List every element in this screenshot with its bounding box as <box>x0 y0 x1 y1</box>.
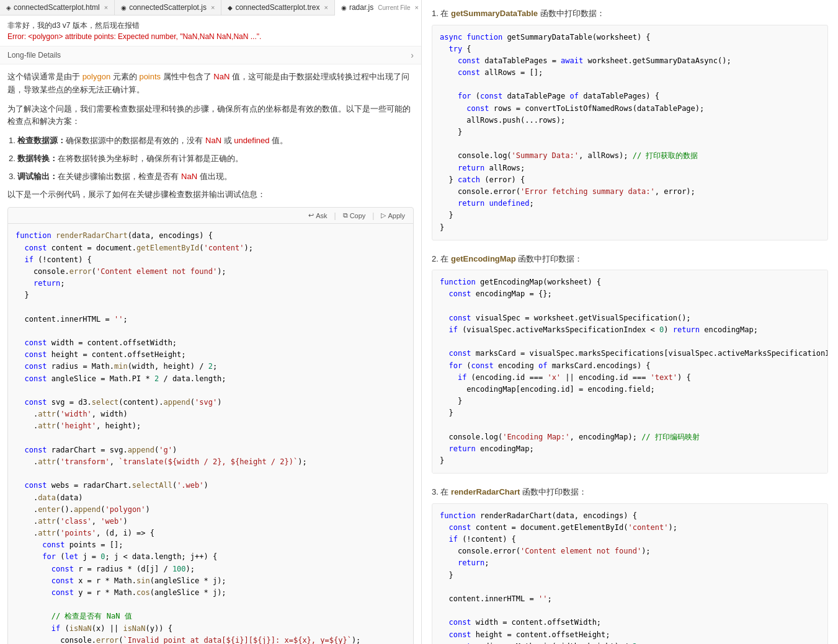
section-suffix: 函数中打印数据： <box>538 9 605 18</box>
code-intro: 以下是一个示例代码，展示了如何在关键步骤检查数据并输出调试信息： <box>7 188 414 201</box>
tab-label: connectedScatterplot.html <box>14 3 100 12</box>
code-block-toolbar: ↩ Ask | ⧉ Copy | ▷ Apply <box>8 208 413 224</box>
section-num: 1. 在 <box>432 9 451 18</box>
tab-tab4[interactable]: ◉ radar.js Current File × <box>335 0 422 15</box>
error-line1: 非常好，我的d3 v7 版本，然后现在报错 <box>7 20 414 31</box>
chat-intro: 这个错误通常是由于 polygon 元素的 points 属性中包含了 NaN … <box>7 71 414 97</box>
right-section-2: 2. 在 getEncodingMap 函数中打印数据：function get… <box>432 253 828 474</box>
chat-area: 这个错误通常是由于 polygon 元素的 points 属性中包含了 NaN … <box>0 64 421 644</box>
error-banner: 非常好，我的d3 v7 版本，然后现在报错 Error: <polygon> a… <box>0 15 421 46</box>
tab-bar: ◈ connectedScatterplot.html ×◉ connected… <box>0 0 421 15</box>
right-panel: 1. 在 getSummaryDataTable 函数中打印数据：async f… <box>422 0 838 644</box>
section-suffix: 函数中打印数据： <box>520 487 587 496</box>
fn-name: renderRadarChart <box>451 487 520 496</box>
collapse-icon[interactable]: › <box>411 50 414 60</box>
ask-button[interactable]: ↩ Ask <box>305 210 330 221</box>
chat-para2: 为了解决这个问题，我们需要检查数据处理和转换的步骤，确保所有点的坐标都是有效的数… <box>7 103 414 129</box>
long-file-details-label: Long-file Details <box>7 51 61 60</box>
right-section-3: 3. 在 renderRadarChart 函数中打印数据：function r… <box>432 486 828 644</box>
code-content: function renderRadarChart(data, encoding… <box>8 224 413 644</box>
apply-icon: ▷ <box>381 211 386 219</box>
ask-icon: ↩ <box>308 211 314 219</box>
close-icon[interactable]: × <box>104 4 108 11</box>
copy-button[interactable]: ⧉ Copy <box>340 210 369 221</box>
tab-label: connectedScatterplot.js <box>129 3 207 12</box>
fn-name: getSummaryDataTable <box>451 9 538 18</box>
close-icon[interactable]: × <box>415 4 419 11</box>
tab-tab3[interactable]: ◆ connectedScatterplot.trex × <box>221 0 335 15</box>
numbered-list: 1. 检查数据源：确保数据源中的数据都是有效的，没有 NaN 或 undefin… <box>7 135 414 183</box>
tab-icon: ◉ <box>121 4 127 11</box>
tab-icon: ◈ <box>6 4 11 11</box>
list-item: 2. 数据转换：在将数据转换为坐标时，确保所有计算都是正确的。 <box>9 152 414 165</box>
section-num: 3. 在 <box>432 487 451 496</box>
fn-name: getEncodingMap <box>451 254 516 263</box>
section-header: 1. 在 getSummaryDataTable 函数中打印数据： <box>432 7 828 20</box>
right-code-box: function renderRadarChart(data, encoding… <box>432 503 828 644</box>
right-code-box: async function getSummaryDataTable(works… <box>432 25 828 240</box>
left-panel: ◈ connectedScatterplot.html ×◉ connected… <box>0 0 422 644</box>
section-num: 2. 在 <box>432 254 451 263</box>
apply-button[interactable]: ▷ Apply <box>378 210 408 221</box>
copy-icon: ⧉ <box>343 211 348 219</box>
section-header: 3. 在 renderRadarChart 函数中打印数据： <box>432 486 828 498</box>
tab-label: connectedScatterplot.trex <box>235 3 319 12</box>
tab-icon: ◉ <box>341 4 347 11</box>
tab-label: radar.js <box>349 3 373 12</box>
tab-tab1[interactable]: ◈ connectedScatterplot.html × <box>0 0 115 15</box>
close-icon[interactable]: × <box>324 4 328 11</box>
list-item: 3. 调试输出：在关键步骤输出数据，检查是否有 NaN 值出现。 <box>9 170 414 183</box>
tab-icon: ◆ <box>228 4 233 11</box>
section-header: 2. 在 getEncodingMap 函数中打印数据： <box>432 253 828 265</box>
section-suffix: 函数中打印数据： <box>516 254 583 263</box>
close-icon[interactable]: × <box>211 4 215 11</box>
right-section-1: 1. 在 getSummaryDataTable 函数中打印数据：async f… <box>432 7 828 240</box>
code-block-wrapper: ↩ Ask | ⧉ Copy | ▷ Apply function render… <box>7 207 414 644</box>
list-item: 1. 检查数据源：确保数据源中的数据都是有效的，没有 NaN 或 undefin… <box>9 135 414 148</box>
right-code-box: function getEncodingMap(worksheet) { con… <box>432 270 828 474</box>
error-line2: Error: <polygon> attribute points: Expec… <box>7 32 414 41</box>
tab-tab2[interactable]: ◉ connectedScatterplot.js × <box>115 0 221 15</box>
current-file-badge: Current File <box>378 4 410 11</box>
